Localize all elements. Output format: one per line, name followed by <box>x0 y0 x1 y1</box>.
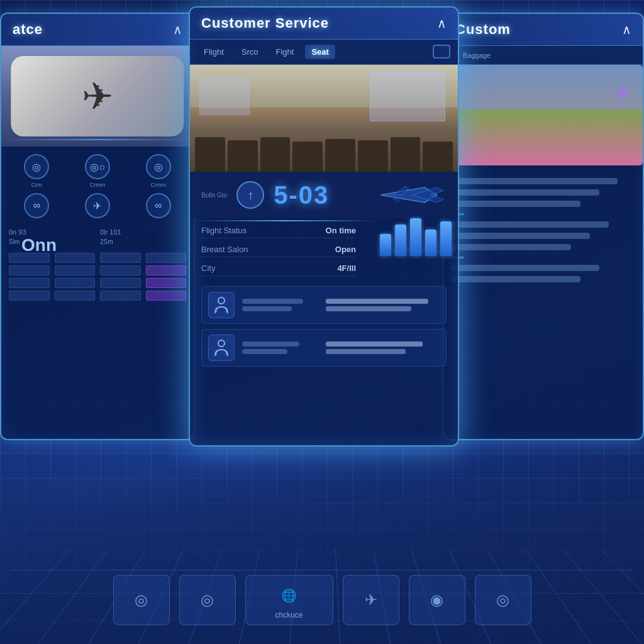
panel-left-chevron[interactable]: ∧ <box>173 22 182 37</box>
flight-num-label: Bolln Gto <box>201 192 227 199</box>
icon-label-1: Crm <box>31 182 42 188</box>
icon-cell-plane1[interactable]: ✈ <box>70 193 126 221</box>
icon-cell-inf2[interactable]: ∞ <box>130 193 186 221</box>
cell-4 <box>146 253 187 263</box>
aircraft-image: ✈ <box>1 46 194 147</box>
data-table-left <box>1 248 194 306</box>
tab-bar-right: 🧳 Baggage <box>444 46 643 65</box>
sky-area <box>444 65 643 115</box>
cell-14 <box>55 291 96 301</box>
bar-1 <box>380 234 391 256</box>
checkin-label: chckuce <box>275 611 303 619</box>
svg-point-1 <box>218 340 225 347</box>
breast-salon-value: Open <box>335 245 356 254</box>
main-scene: atce ∧ ✈ Onn ◎ Crm ◎○ Crmm ◎ Crmm <box>0 0 644 644</box>
icon-cell-target3[interactable]: ◎ Crmm <box>130 154 186 188</box>
plane-icon-1: ✈ <box>85 193 110 218</box>
panel-right-chevron[interactable]: ∧ <box>622 22 631 37</box>
service-text-1 <box>242 299 318 311</box>
service-item-1[interactable] <box>201 286 447 324</box>
right-line-2 <box>450 189 599 196</box>
service-text-line-1b <box>242 306 292 311</box>
cell-13 <box>9 291 50 301</box>
floor-tile-2[interactable]: ◎ <box>179 575 236 625</box>
landscape-image: ✈ <box>444 65 643 165</box>
flight-number: 5-03 <box>274 181 329 209</box>
right-line-8 <box>450 276 580 282</box>
service-text-line-1a <box>242 299 303 304</box>
panel-center-chevron[interactable]: ∧ <box>437 16 447 31</box>
service-text-right-2 <box>326 341 440 354</box>
panel-right-title: Custom <box>455 21 511 38</box>
baggage-label: Baggage <box>463 52 491 59</box>
right-line-4 <box>450 221 609 228</box>
icon-cell-inf1[interactable]: ∞ <box>9 193 65 221</box>
data-row-3 <box>9 278 186 288</box>
panel-center-header: Customer Service ∧ <box>190 8 458 40</box>
right-line-1 <box>450 178 618 184</box>
tab-fight[interactable]: Fight <box>270 45 301 59</box>
infinity-icon-1: ∞ <box>24 193 49 218</box>
service-text-r2a <box>326 341 423 347</box>
info-chart-area: Flight Status On time Breast Salon Open … <box>190 218 458 281</box>
service-text-r1b <box>326 306 411 311</box>
checkin-icon: 🌐 <box>281 588 297 603</box>
flight-status-value: On time <box>326 226 356 235</box>
target-icon-2: ◎○ <box>85 154 110 179</box>
on-label: Onn <box>21 235 57 255</box>
tab-seat[interactable]: Seat <box>305 45 335 59</box>
flight-up-icon: ↑ <box>236 181 264 209</box>
info-row-flight-status: Flight Status On time <box>201 223 356 238</box>
bar-2 <box>395 225 406 256</box>
floor-tile-wide-1[interactable]: chckuce 🌐 <box>245 575 333 625</box>
service-item-2[interactable] <box>201 329 447 367</box>
service-text-line-2b <box>242 349 287 354</box>
info-row-breast-salon: Breast Salon Open <box>201 242 356 257</box>
bar-4 <box>425 230 436 256</box>
flight-number-area: Bolln Gto ↑ 5-03 <box>190 172 458 218</box>
service-icon-2 <box>208 335 235 361</box>
service-text-r1a <box>326 299 428 304</box>
icon-grid-top: ◎ Crm ◎○ Crmm ◎ Crmm ∞ ✈ ∞ <box>1 147 194 228</box>
icon-cell-target1[interactable]: ◎ Crm <box>9 154 65 188</box>
panel-right-header: Custom ∧ <box>444 14 643 46</box>
service-items-list <box>190 281 458 372</box>
floor-tile-3[interactable]: ✈ <box>343 575 399 625</box>
floor-tile-1[interactable]: ◎ <box>113 575 170 625</box>
service-text-r2b <box>326 349 406 354</box>
panel-left: atce ∧ ✈ Onn ◎ Crm ◎○ Crmm ◎ Crmm <box>0 13 195 440</box>
floor-tile-4[interactable]: ◉ <box>409 575 465 625</box>
right-line-6 <box>450 244 571 250</box>
bar-5 <box>440 221 452 256</box>
target-icon-1: ◎ <box>24 154 49 179</box>
svg-point-0 <box>218 297 225 304</box>
airport-interior <box>190 65 458 172</box>
bar-3 <box>410 218 421 256</box>
panel-left-title: atce <box>13 21 43 38</box>
cell-6 <box>55 265 96 275</box>
infinity-icon-2: ∞ <box>146 193 171 218</box>
right-line-7 <box>450 265 599 271</box>
panel-left-header: atce ∧ <box>1 14 194 46</box>
info-section: Flight Status On time Breast Salon Open … <box>190 218 367 281</box>
ground-area <box>444 110 643 165</box>
tab-toggle-button[interactable] <box>433 45 450 58</box>
city-value: 4F/lll <box>337 264 356 273</box>
cell-8-highlight <box>146 265 187 275</box>
cell-5 <box>9 265 50 275</box>
icon-cell-target2[interactable]: ◎○ Crmm <box>70 154 126 188</box>
num-2: 0lr 101 <box>100 228 186 236</box>
icon-label-3: Crmm <box>150 182 166 188</box>
info-row-city: City 4F/lll <box>201 261 356 276</box>
cell-16-highlight <box>146 291 187 301</box>
data-row-2 <box>9 265 186 275</box>
icon-label-2: Crmm <box>90 182 106 188</box>
tab-flight[interactable]: Flight <box>197 45 230 59</box>
panel-center: Customer Service ∧ Flight Srco Fight Sea… <box>189 6 459 447</box>
floor-tiles-row: ◎ ◎ chckuce 🌐 ✈ ◉ ◎ <box>0 575 644 625</box>
target-icon-3: ◎ <box>146 154 171 179</box>
tab-srco[interactable]: Srco <box>235 45 265 59</box>
floor-tile-5[interactable]: ◎ <box>475 575 531 625</box>
panel-right: Custom ∧ 🧳 Baggage ✈ <box>443 13 644 440</box>
plane-silhouette <box>371 179 447 211</box>
